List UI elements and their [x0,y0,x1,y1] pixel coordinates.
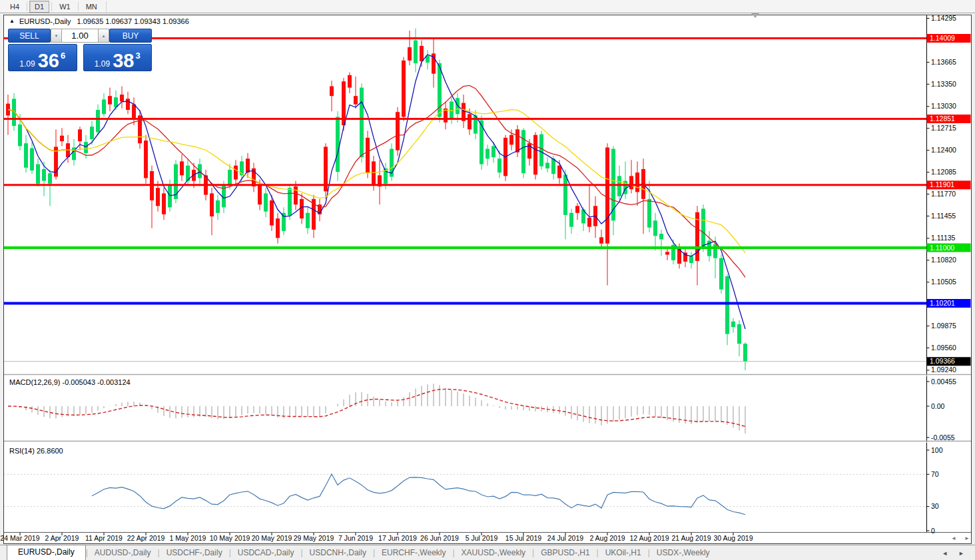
timeframe-w1-button[interactable]: W1 [54,1,76,13]
timeframe-d1-button[interactable]: D1 [29,1,49,13]
volume-decrease-button[interactable]: ▼ [51,29,62,43]
chart-scroll-arrows: ◄ ► [951,535,970,541]
rsi-indicator-label: RSI(14) 26.8600 [9,447,63,455]
tab-scroll-left-icon[interactable]: ◄ [942,550,948,557]
time-axis[interactable] [5,533,926,544]
buy-price-pips: 38 [113,53,134,68]
symbol-tab-usdchf-daily[interactable]: USDCHF-,Daily [160,546,229,560]
volume-increase-button[interactable]: ▲ [98,29,109,43]
toolbar-group-separator [106,1,107,12]
symbol-tab-audusd-daily[interactable]: AUDUSD-,Daily [88,546,158,560]
chart-title-ohlc: 1.09635 1.09637 1.09343 1.09366 [77,17,189,25]
macd-indicator-label: MACD(12,26,9) -0.005043 -0.003124 [9,378,131,386]
chart-scroll-left-icon[interactable]: ◄ [951,535,956,541]
symbol-tab-ukoil-h1[interactable]: UKOil-,H1 [599,546,648,560]
chart-shift-marker-icon[interactable] [751,13,759,18]
symbol-tab-eurchf-weekly[interactable]: EURCHF-,Weekly [375,546,452,560]
one-click-trading-panel: SELL ▼ 1.00 ▲ BUY 1.09 36 6 1.09 38 3 [8,29,152,71]
buy-price-base: 1.09 [95,60,110,68]
tab-scroll-right-icon[interactable]: ► [958,550,964,557]
macd-pane[interactable] [5,377,926,440]
chart-title: ▲ EURUSD-,Daily 1.09635 1.09637 1.09343 … [9,17,189,25]
sell-price-base: 1.09 [19,60,35,68]
buy-price-display[interactable]: 1.09 38 3 [83,44,153,71]
symbol-tab-gbpusd-h1[interactable]: GBPUSD-,H1 [534,546,596,560]
toolbar-separator [78,2,79,11]
price-axis[interactable] [927,15,971,532]
window-collapse-icon[interactable]: ▲ [9,19,15,24]
sell-price-pipette: 6 [61,51,65,60]
symbol-tab-eurusd-daily[interactable]: EURUSD-,Daily [7,545,86,560]
symbol-tab-usdcad-daily[interactable]: USDCAD-,Daily [231,546,301,560]
chart-scroll-right-icon[interactable]: ► [964,535,970,541]
symbol-tab-bar: EURUSD-,Daily|AUDUSD-,Daily|USDCHF-,Dail… [0,545,975,560]
timeframe-mn-button[interactable]: MN [81,1,103,13]
sell-button[interactable]: SELL [8,29,51,43]
symbol-tab-usdx-weekly[interactable]: USDX-,Weekly [650,546,717,560]
toolbar-separator [27,2,27,11]
sell-price-display[interactable]: 1.09 36 6 [8,44,77,71]
symbol-tab-xauusd-weekly[interactable]: XAUUSD-,Weekly [455,546,532,560]
buy-button[interactable]: BUY [109,29,152,43]
trading-terminal: H4 D1 W1 MN 1.140091.128511.119011.11000… [0,0,975,560]
buy-price-pipette: 3 [135,51,140,60]
volume-input[interactable]: 1.00 [62,29,98,43]
sell-price-pips: 36 [38,53,59,68]
chart-title-symbol: EURUSD-,Daily [19,17,71,25]
symbol-tab-usdcnh-daily[interactable]: USDCNH-,Daily [303,546,373,560]
tab-scroll-arrows: ◄ ► [942,550,964,557]
rsi-pane[interactable] [5,443,926,532]
timeframe-toolbar: H4 D1 W1 MN [0,0,975,13]
timeframe-h4-button[interactable]: H4 [5,1,25,13]
toolbar-separator [51,2,52,11]
